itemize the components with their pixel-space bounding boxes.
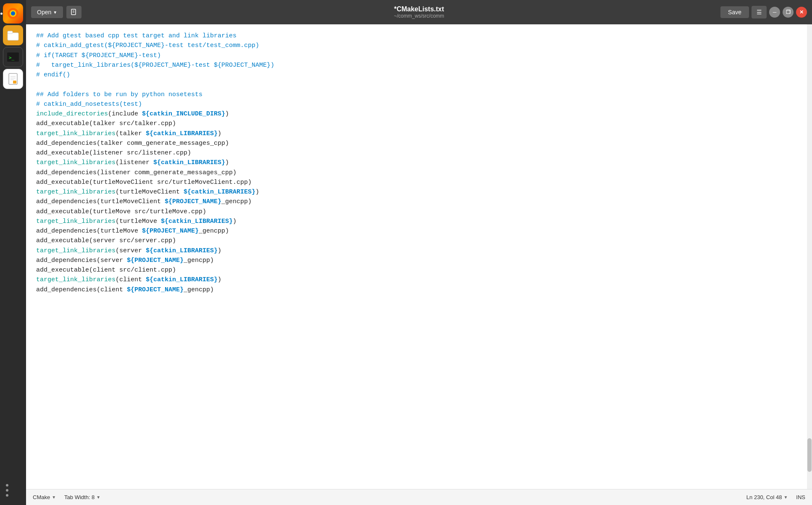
sidebar-icon-gedit[interactable] — [3, 69, 23, 89]
bottom-dots — [6, 484, 8, 497]
open-label: Open — [37, 9, 51, 16]
statusbar-right: Ln 230, Col 48 ▼ INS — [746, 494, 805, 500]
sidebar-icon-firefox[interactable] — [3, 3, 23, 24]
minimize-button[interactable]: ─ — [769, 7, 780, 18]
code-line: target_link_libraries(talker ${catkin_LI… — [36, 129, 802, 139]
svg-rect-3 — [8, 33, 18, 40]
open-button[interactable]: Open ▼ — [31, 6, 63, 18]
cursor-dropdown-icon: ▼ — [783, 495, 788, 500]
code-line — [36, 80, 802, 89]
titlebar-center: *CMakeLists.txt ~/comm_ws/src/comm — [394, 5, 444, 19]
code-line: target_link_libraries(server ${catkin_LI… — [36, 246, 802, 256]
titlebar-right: Save ☰ ─ ❐ ✕ — [720, 6, 807, 18]
title-filename: *CMakeLists.txt — [394, 5, 444, 13]
statusbar-cursor[interactable]: Ln 230, Col 48 ▼ — [746, 494, 788, 500]
ins-label: INS — [796, 494, 805, 500]
statusbar-language[interactable]: CMake ▼ — [33, 494, 56, 500]
code-block: ## Add gtest based cpp test target and l… — [36, 31, 802, 295]
code-line: ## Add folders to be run by python noset… — [36, 90, 802, 99]
editor-container: Open ▼ *CMakeLists.txt ~/comm_ws/src/com… — [26, 0, 812, 505]
code-line: target_link_libraries(turtleMove ${catki… — [36, 217, 802, 226]
code-line: target_link_libraries(listener ${catkin_… — [36, 158, 802, 167]
titlebar: Open ▼ *CMakeLists.txt ~/comm_ws/src/com… — [26, 0, 812, 24]
code-line: add_dependencies(client ${PROJECT_NAME}_… — [36, 285, 802, 295]
editor-content[interactable]: ## Add gtest based cpp test target and l… — [26, 24, 812, 489]
code-line: add_dependencies(turtleMove ${PROJECT_NA… — [36, 226, 802, 236]
svg-text:>_: >_ — [9, 55, 15, 60]
statusbar-tabwidth[interactable]: Tab Width: 8 ▼ — [64, 494, 100, 500]
code-line: # if(TARGET ${PROJECT_NAME}-test) — [36, 51, 802, 60]
code-line: add_executable(turtleMove src/turtleMove… — [36, 207, 802, 217]
code-line: add_executable(server src/server.cpp) — [36, 236, 802, 246]
save-button[interactable]: Save — [720, 6, 749, 18]
language-label: CMake — [33, 494, 50, 500]
tab-width-label: Tab Width: 8 — [64, 494, 95, 500]
cursor-pos-label: Ln 230, Col 48 — [746, 494, 782, 500]
new-file-icon — [71, 9, 77, 16]
titlebar-left: Open ▼ — [31, 6, 81, 18]
code-line: ## Add gtest based cpp test target and l… — [36, 31, 802, 41]
code-line: # catkin_add_nosetests(test) — [36, 99, 802, 109]
ubuntu-dock: >_ — [0, 0, 26, 505]
code-line: add_dependencies(server ${PROJECT_NAME}_… — [36, 256, 802, 265]
maximize-button[interactable]: ❐ — [783, 7, 794, 18]
code-line: add_executable(talker src/talker.cpp) — [36, 119, 802, 128]
code-line: # catkin_add_gtest(${PROJECT_NAME}-test … — [36, 41, 802, 50]
svg-point-2 — [11, 11, 15, 16]
close-button[interactable]: ✕ — [796, 7, 807, 18]
code-line: include_directories(include ${catkin_INC… — [36, 109, 802, 119]
scrollbar[interactable] — [807, 24, 812, 489]
code-line: target_link_libraries(client ${catkin_LI… — [36, 275, 802, 285]
open-arrow-icon: ▼ — [53, 10, 57, 15]
code-line: # endif() — [36, 70, 802, 80]
code-line: target_link_libraries(turtleMoveClient $… — [36, 187, 802, 197]
hamburger-icon: ☰ — [757, 9, 762, 16]
code-line: add_dependencies(talker comm_generate_me… — [36, 139, 802, 148]
statusbar-ins: INS — [796, 494, 805, 500]
new-file-button[interactable] — [66, 6, 81, 18]
menu-button[interactable]: ☰ — [752, 6, 767, 18]
code-line: # target_link_libraries(${PROJECT_NAME}-… — [36, 60, 802, 70]
active-indicator — [0, 13, 3, 15]
code-line: add_dependencies(listener comm_generate_… — [36, 168, 802, 178]
title-filepath: ~/comm_ws/src/comm — [394, 13, 444, 19]
sidebar-icon-terminal[interactable]: >_ — [3, 47, 23, 67]
code-line: add_dependencies(turtleMoveClient ${PROJ… — [36, 197, 802, 207]
language-dropdown-icon: ▼ — [52, 495, 56, 500]
code-line: add_executable(turtleMoveClient src/turt… — [36, 178, 802, 187]
code-line: add_executable(listener src/listener.cpp… — [36, 148, 802, 158]
sidebar-icon-nautilus[interactable] — [3, 25, 23, 45]
svg-rect-4 — [8, 31, 13, 34]
code-line: add_executable(client src/client.cpp) — [36, 265, 802, 275]
tabwidth-dropdown-icon: ▼ — [96, 495, 100, 500]
scrollbar-thumb[interactable] — [807, 438, 812, 472]
svg-rect-11 — [13, 81, 16, 84]
statusbar: CMake ▼ Tab Width: 8 ▼ Ln 230, Col 48 ▼ … — [26, 489, 812, 505]
